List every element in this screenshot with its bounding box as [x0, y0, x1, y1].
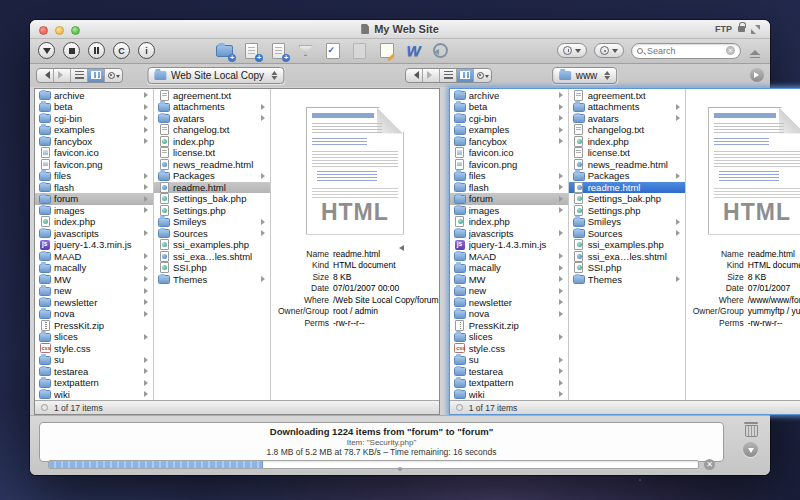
pause-button[interactable]	[88, 42, 105, 59]
list-item[interactable]: attachments	[154, 101, 270, 113]
forward-button[interactable]	[423, 69, 440, 82]
list-item[interactable]: Themes	[569, 274, 685, 286]
list-item[interactable]: flash	[450, 182, 568, 194]
list-item[interactable]: license.txt	[154, 147, 270, 159]
list-item[interactable]: SSI.php	[569, 262, 685, 274]
list-item[interactable]: examples	[35, 124, 153, 136]
forward-button[interactable]	[54, 69, 71, 82]
list-item[interactable]: index.php	[35, 216, 153, 228]
stop-button[interactable]	[63, 42, 80, 59]
list-item[interactable]: PressKit.zip	[35, 320, 153, 332]
list-item[interactable]: changelog.txt	[569, 124, 685, 136]
list-item[interactable]: favicon.ico	[450, 147, 568, 159]
list-item[interactable]: MAAD	[35, 251, 153, 263]
list-item[interactable]: news_readme.html	[569, 159, 685, 171]
trash-icon[interactable]	[744, 420, 758, 435]
list-item[interactable]: fancybox	[35, 136, 153, 148]
info-button[interactable]: i	[138, 42, 155, 59]
action-menu-button[interactable]	[474, 69, 491, 82]
list-item[interactable]: macally	[35, 262, 153, 274]
list-item[interactable]: beta	[35, 101, 153, 113]
list-item[interactable]: PressKit.zip	[450, 320, 568, 332]
list-item[interactable]: testarea	[35, 366, 153, 378]
list-item[interactable]: avatars	[154, 113, 270, 125]
search-input[interactable]	[647, 46, 722, 56]
list-item[interactable]: MAAD	[450, 251, 568, 263]
list-item[interactable]: index.php	[154, 136, 270, 148]
history-dropdown[interactable]	[557, 43, 587, 58]
list-item[interactable]: SSI.php	[154, 262, 270, 274]
cancel-transfer-icon[interactable]: ✕	[704, 459, 715, 470]
list-item[interactable]: Settings_bak.php	[569, 193, 685, 205]
transfer-go-button[interactable]	[38, 42, 55, 59]
list-item[interactable]: ssi_exa…les.shtml	[154, 251, 270, 263]
list-item[interactable]: newsletter	[450, 297, 568, 309]
sync-button[interactable]	[431, 42, 450, 60]
start-transfer-button[interactable]	[750, 68, 764, 82]
list-item[interactable]: nova	[35, 308, 153, 320]
left-path-popup[interactable]: Web Site Local Copy	[147, 67, 284, 84]
list-item[interactable]: macally	[450, 262, 568, 274]
compare-button[interactable]	[350, 42, 369, 60]
list-item[interactable]: ssi_examples.php	[569, 239, 685, 251]
list-item[interactable]: newsletter	[35, 297, 153, 309]
list-item[interactable]: new	[35, 285, 153, 297]
clear-search-icon[interactable]: ✕	[726, 46, 735, 55]
eject-button[interactable]	[748, 44, 762, 58]
list-item[interactable]: su	[450, 354, 568, 366]
list-item[interactable]: readme.html	[569, 182, 685, 194]
list-item[interactable]: images	[35, 205, 153, 217]
list-item[interactable]: MW	[450, 274, 568, 286]
column-view-button[interactable]	[457, 69, 474, 82]
list-item[interactable]: news_readme.html	[154, 159, 270, 171]
filter-button[interactable]	[296, 42, 315, 60]
list-item[interactable]: favicon.png	[450, 159, 568, 171]
list-item[interactable]: fancybox	[450, 136, 568, 148]
list-item[interactable]: agreement.txt	[154, 90, 270, 102]
minimize-button[interactable]	[55, 26, 64, 35]
list-item[interactable]: nova	[450, 308, 568, 320]
list-item[interactable]: beta	[450, 101, 568, 113]
list-item[interactable]: jquery-1.4.3.min.js	[450, 239, 568, 251]
close-button[interactable]	[39, 26, 48, 35]
list-item[interactable]: agreement.txt	[569, 90, 685, 102]
list-item[interactable]: ssi_exa…les.shtml	[569, 251, 685, 263]
list-item[interactable]: favicon.png	[35, 159, 153, 171]
duplicate-file-button[interactable]: +	[269, 42, 288, 60]
new-file-button[interactable]: +	[242, 42, 261, 60]
list-item[interactable]: index.php	[569, 136, 685, 148]
list-item[interactable]: cgi-bin	[450, 113, 568, 125]
list-item[interactable]: style.css	[450, 343, 568, 355]
list-item[interactable]: textpattern	[450, 377, 568, 389]
list-item[interactable]: jquery-1.4.3.min.js	[35, 239, 153, 251]
list-item[interactable]: Settings_bak.php	[154, 193, 270, 205]
new-folder-button[interactable]: +	[215, 42, 234, 60]
list-view-button[interactable]	[71, 69, 88, 82]
back-button[interactable]	[406, 69, 423, 82]
list-item[interactable]: archive	[35, 90, 153, 102]
list-item[interactable]: slices	[450, 331, 568, 343]
list-item[interactable]: textpattern	[35, 377, 153, 389]
list-item[interactable]: slices	[35, 331, 153, 343]
action-menu-button[interactable]	[105, 69, 122, 82]
title-bar[interactable]: My Web Site FTP	[30, 20, 770, 39]
list-item[interactable]: files	[35, 170, 153, 182]
column-view-button[interactable]	[88, 69, 105, 82]
list-item[interactable]: flash	[35, 182, 153, 194]
right-path-popup[interactable]: www	[552, 67, 618, 84]
list-item[interactable]: javascripts	[35, 228, 153, 240]
list-item[interactable]: Settings.php	[569, 205, 685, 217]
list-item[interactable]: Sources	[569, 228, 685, 240]
list-item[interactable]: Themes	[154, 274, 270, 286]
fullscreen-icon[interactable]	[751, 25, 760, 34]
list-item[interactable]: wiki	[35, 389, 153, 401]
list-item[interactable]: su	[35, 354, 153, 366]
list-item[interactable]: Packages	[569, 170, 685, 182]
list-item[interactable]: forum	[35, 193, 153, 205]
list-item[interactable]: attachments	[569, 101, 685, 113]
list-item[interactable]: ssi_examples.php	[154, 239, 270, 251]
list-item[interactable]: javascripts	[450, 228, 568, 240]
list-item[interactable]: changelog.txt	[154, 124, 270, 136]
webdav-button[interactable]: W	[404, 42, 423, 60]
resize-handle[interactable]	[398, 467, 402, 471]
